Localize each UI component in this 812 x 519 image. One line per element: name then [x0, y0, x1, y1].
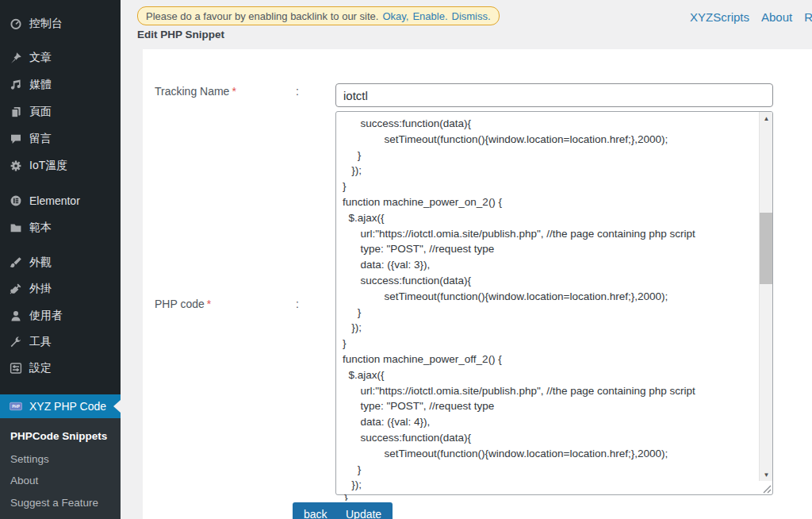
php-code-separator: : [296, 298, 299, 310]
submenu-item-phpcode-snippets[interactable]: PHPCode Snippets [10, 428, 107, 444]
pin-icon [10, 52, 22, 64]
scroll-up-arrow-icon[interactable]: ▲ [760, 112, 773, 125]
folder-icon [10, 221, 22, 234]
textarea-resize-grip-icon[interactable] [759, 481, 772, 494]
notice-link-okay[interactable]: Okay, [382, 10, 408, 22]
notice-link-dismiss[interactable]: Dismiss. [452, 10, 491, 22]
tracking-name-separator: : [296, 85, 299, 98]
tracking-name-label: Tracking Name* [155, 85, 236, 98]
notice-text: Please do a favour by enabling backlink … [146, 10, 378, 22]
sidebar-item-comments[interactable]: 留言 [0, 129, 121, 148]
php-badge-icon: PHP [10, 400, 22, 413]
backlink-notice: Please do a favour by enabling backlink … [137, 6, 500, 25]
pages-icon [10, 106, 22, 118]
clipped-code-overflow: } [344, 492, 348, 501]
plugin-header-links: XYZScripts About Readme [690, 10, 812, 24]
gear-icon [10, 160, 22, 172]
svg-text:PHP: PHP [12, 405, 20, 409]
sidebar-item-dashboard[interactable]: 控制台 [0, 14, 121, 33]
link-readme[interactable]: Readme [804, 10, 812, 24]
sidebar-item-users[interactable]: 使用者 [0, 306, 121, 325]
elementor-icon [10, 194, 22, 207]
scroll-down-arrow-icon[interactable]: ▼ [760, 468, 773, 481]
wrench-icon [10, 336, 22, 348]
sidebar-item-xyz-php-code[interactable]: PHP XYZ PHP Code [0, 394, 121, 418]
php-code-label: PHP code* [155, 298, 211, 310]
admin-sidebar: 控制台 文章 媒體 頁面 留言 IoT溫度 Elementor 範本 外觀 外掛 [0, 0, 121, 519]
plugin-icon [10, 283, 22, 295]
php-code-textarea[interactable]: success:function(data){ setTimeout(funct… [335, 111, 773, 495]
back-button[interactable]: back [293, 502, 339, 519]
comments-icon [10, 133, 22, 145]
submenu-item-suggest-a-feature[interactable]: Suggest a Feature [10, 494, 98, 510]
scrollbar-thumb[interactable] [760, 213, 773, 284]
notice-link-enable[interactable]: Enable. [412, 10, 447, 22]
media-icon [10, 79, 22, 91]
xyz-php-code-submenu: PHPCode Snippets Settings About Suggest … [0, 418, 121, 519]
appearance-icon [10, 256, 22, 269]
sidebar-item-elementor[interactable]: Elementor [0, 191, 121, 210]
tracking-name-input[interactable] [335, 83, 773, 107]
sidebar-item-appearance[interactable]: 外觀 [0, 253, 121, 272]
sidebar-item-plugins[interactable]: 外掛 [0, 279, 121, 298]
php-code-content[interactable]: success:function(data){ setTimeout(funct… [336, 112, 758, 494]
sidebar-item-templates[interactable]: 範本 [0, 218, 121, 237]
sidebar-item-iot-temperature[interactable]: IoT溫度 [0, 156, 121, 175]
link-xyzscripts[interactable]: XYZScripts [690, 10, 749, 24]
page-title: Edit PHP Snippet [137, 29, 224, 40]
textarea-scrollbar[interactable]: ▲ ▼ [759, 112, 772, 481]
sidebar-item-posts[interactable]: 文章 [0, 48, 121, 67]
sidebar-item-tools[interactable]: 工具 [0, 333, 121, 352]
submenu-item-settings[interactable]: Settings [10, 451, 49, 467]
required-asterisk: * [232, 85, 236, 98]
sidebar-item-pages[interactable]: 頁面 [0, 102, 121, 121]
update-button[interactable]: Update [335, 502, 393, 519]
sidebar-item-settings[interactable]: 設定 [0, 359, 121, 378]
sidebar-item-media[interactable]: 媒體 [0, 75, 121, 94]
required-asterisk: * [207, 298, 211, 310]
sliders-icon [10, 362, 22, 375]
submenu-item-about[interactable]: About [10, 472, 38, 488]
link-about[interactable]: About [761, 10, 792, 24]
dashboard-icon [10, 17, 22, 30]
user-icon [10, 309, 22, 322]
